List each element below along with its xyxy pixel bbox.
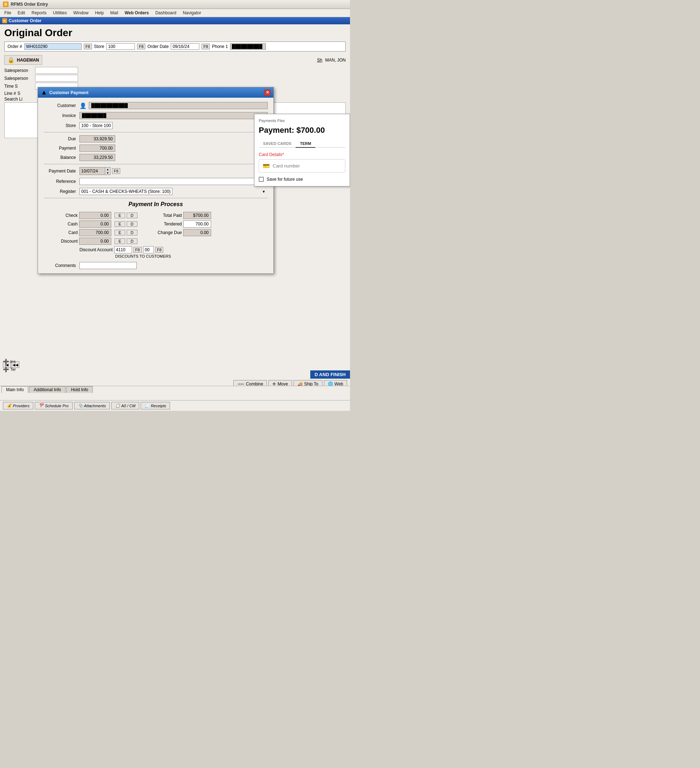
tab-additional-info[interactable]: Additional Info	[29, 386, 66, 393]
flex-tabs: SAVED CARDS TERM	[259, 140, 345, 148]
providers-label: Providers	[13, 404, 29, 408]
phone-input[interactable]	[230, 43, 266, 50]
card-details-label: Card Details*	[259, 152, 345, 157]
payment-field-row: Payment	[44, 145, 268, 152]
tab-bar: Main Info Additional Info Hold Info	[0, 386, 350, 393]
total-paid-input[interactable]	[183, 212, 211, 219]
dialog-close-button[interactable]: ✕	[264, 90, 270, 96]
order-number-input[interactable]	[24, 43, 82, 50]
balance-field-row: Balance	[44, 154, 268, 161]
card-number-wrapper: 💳	[259, 159, 345, 173]
dialog-titlebar: ▲ Customer Payment ✕	[38, 87, 273, 98]
time-s-label: Time S	[4, 84, 33, 89]
order-number-f8[interactable]: F8	[84, 44, 92, 50]
date-down-btn[interactable]: ▼	[105, 171, 110, 174]
dialog-body: Customer 👤 Invoice Store 10	[38, 98, 273, 274]
store-label: Store	[94, 44, 104, 49]
discount-account-f8b[interactable]: F8	[155, 247, 163, 253]
reference-input[interactable]	[80, 178, 268, 185]
customer-field-input[interactable]	[89, 102, 268, 109]
store-field-select[interactable]: 100 - Store 100	[80, 122, 113, 129]
insert-button[interactable]: ➕ Ins	[3, 358, 16, 364]
payment-date-input[interactable]	[80, 168, 105, 174]
payment-date-f8[interactable]: F8	[112, 168, 120, 174]
providers-icon: 💰	[7, 403, 12, 408]
balance-field[interactable]	[80, 154, 115, 161]
store-input[interactable]	[106, 43, 135, 50]
menu-reports[interactable]: Reports	[29, 10, 50, 16]
salesperson-label-2: Salesperson	[4, 76, 33, 81]
attachments-button[interactable]: 📎 Attachments	[74, 402, 110, 410]
providers-button[interactable]: 💰 Providers	[3, 402, 33, 410]
salesperson-row-2: Salesperson	[4, 75, 346, 82]
menu-help[interactable]: Help	[92, 10, 107, 16]
invoice-field-input[interactable]	[80, 112, 268, 119]
payments-flex-panel: Payments Flex Payment: $700.00 SAVED CAR…	[254, 114, 350, 186]
check-input[interactable]	[79, 212, 111, 219]
date-up-btn[interactable]: ▲	[105, 168, 110, 171]
receipts-button[interactable]: 🧾 Receipts	[141, 402, 170, 410]
card-icon: 💳	[263, 162, 270, 169]
check-d-btn[interactable]: D	[127, 213, 137, 218]
check-e-btn[interactable]: E	[115, 213, 125, 218]
payment-field[interactable]	[80, 145, 115, 152]
card-number-input[interactable]	[273, 163, 341, 168]
menu-utilities[interactable]: Utilities	[50, 10, 70, 16]
card-input[interactable]	[79, 229, 111, 236]
order-date-input[interactable]	[171, 43, 199, 50]
menu-mail[interactable]: Mail	[107, 10, 121, 16]
cash-e-btn[interactable]: E	[115, 221, 125, 227]
menu-edit[interactable]: Edit	[15, 10, 28, 16]
salesperson-input-2[interactable]	[35, 75, 78, 82]
flex-payment-amount: Payment: $700.00	[259, 126, 345, 135]
attachments-label: Attachments	[84, 404, 106, 408]
menu-bar: File Edit Reports Utilities Window Help …	[0, 9, 350, 17]
discount-account-input[interactable]	[114, 246, 132, 253]
order-number-label: Order #	[8, 44, 22, 49]
discount-account-f8[interactable]: F8	[133, 247, 142, 253]
reference-row: Reference	[44, 178, 268, 185]
a0cm-button[interactable]: 📋 A0 / CM	[111, 402, 139, 410]
order-date-f8[interactable]: F8	[201, 44, 210, 50]
schedule-pro-button[interactable]: 📅 Schedule Pro	[35, 402, 72, 410]
discount-account-00[interactable]	[143, 246, 154, 253]
flex-tab-term[interactable]: TERM	[296, 140, 315, 148]
cash-d-btn[interactable]: D	[127, 221, 137, 227]
cash-input[interactable]	[79, 221, 111, 227]
discount-name: DISCOUNTS TO CUSTOMERS	[115, 254, 268, 258]
dialog-title-left: ▲ Customer Payment	[41, 89, 88, 96]
a0cm-label: A0 / CM	[121, 404, 136, 408]
salesperson-row-1: Salesperson	[4, 67, 346, 74]
menu-dashboard[interactable]: Dashboard	[152, 10, 179, 16]
terminate-label: Ter	[10, 367, 16, 371]
save-checkbox[interactable]	[259, 177, 264, 182]
store-f8[interactable]: F8	[137, 44, 145, 50]
discount-input[interactable]	[79, 238, 111, 245]
discount-e-btn[interactable]: E	[115, 238, 125, 244]
comments-input[interactable]	[80, 262, 137, 269]
card-e-btn[interactable]: E	[115, 230, 125, 235]
check-label: Check	[44, 213, 78, 218]
tab-main-info[interactable]: Main Info	[2, 386, 28, 393]
menu-navigator[interactable]: Navigator	[180, 10, 204, 16]
menu-web-orders[interactable]: Web Orders	[121, 10, 152, 16]
dialog-title-icon: ▲	[41, 89, 47, 96]
flex-tab-saved-cards[interactable]: SAVED CARDS	[259, 140, 296, 148]
salesperson-input-1[interactable]	[35, 67, 78, 74]
register-select[interactable]: 001 - CASH & CHECKS-WHEATS (Store: 100)	[80, 188, 173, 195]
app-icon: R	[3, 2, 9, 7]
register-label: Register	[44, 189, 80, 194]
flex-panel-title: Payments Flex	[259, 118, 345, 123]
card-d-btn[interactable]: D	[127, 230, 137, 235]
menu-file[interactable]: File	[2, 10, 14, 16]
change-due-input[interactable]	[183, 229, 211, 236]
customer-row: 🔒 HAGEMAN	[4, 55, 42, 65]
receipts-label: Receipts	[151, 404, 166, 408]
due-field[interactable]	[80, 135, 115, 142]
discount-d-btn[interactable]: D	[127, 238, 137, 244]
tendered-input[interactable]	[183, 221, 211, 227]
schedule-icon: 📅	[38, 403, 44, 408]
tab-hold-info[interactable]: Hold Info	[66, 386, 93, 393]
terminate-button[interactable]: ➕ Ter	[3, 366, 16, 372]
menu-window[interactable]: Window	[70, 10, 92, 16]
